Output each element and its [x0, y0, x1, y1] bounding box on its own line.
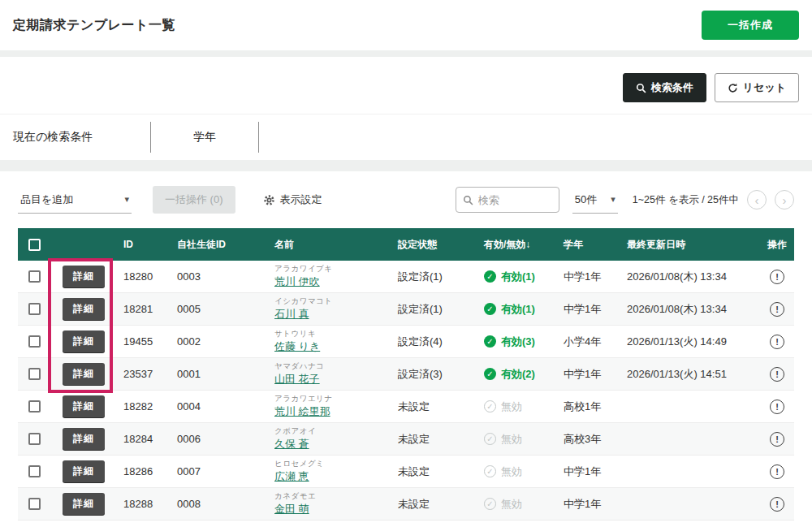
table-row: 詳細 18288 0008 カネダモエ 金田 萌 未設定 ✓ 無効 中学1年 !	[18, 488, 794, 521]
detail-button[interactable]: 詳細	[63, 493, 105, 515]
cell-name-kana: ヒロセメグミ	[274, 459, 391, 469]
table-row: 詳細 18286 0007 ヒロセメグミ 広瀬 恵 未設定 ✓ 無効 中学1年 …	[18, 456, 794, 488]
cell-status: 設定済(1)	[391, 302, 477, 317]
search-box	[456, 187, 559, 213]
detail-button[interactable]: 詳細	[63, 428, 105, 450]
cell-name-kana: アラカワエリナ	[274, 394, 391, 404]
cell-name-kana: イシカワマコト	[274, 296, 391, 306]
cell-active-label: 無効	[501, 497, 522, 512]
student-name-link[interactable]: 荒川 絵里那	[274, 405, 391, 418]
search-icon	[636, 83, 646, 93]
per-page-select[interactable]: 50件 ▾	[572, 187, 618, 214]
cell-updated: 2026/01/13(火) 14:49	[620, 335, 760, 349]
cell-active-label: 有効(2)	[501, 367, 535, 382]
detail-button[interactable]: 詳細	[63, 395, 105, 417]
filter-buttons: 検索条件 リセット	[623, 73, 799, 102]
cell-id: 18281	[117, 303, 171, 315]
active-check-icon: ✓	[484, 303, 496, 315]
row-checkbox[interactable]	[28, 368, 41, 380]
student-name-link[interactable]: 久保 蒼	[274, 438, 391, 451]
detail-button[interactable]: 詳細	[63, 298, 105, 320]
row-checkbox[interactable]	[28, 465, 41, 477]
cell-status: 設定済(4)	[391, 335, 477, 349]
display-settings-button[interactable]: 表示設定	[263, 192, 322, 207]
info-icon[interactable]: !	[770, 270, 784, 284]
cell-student-id: 0004	[171, 400, 268, 413]
active-check-icon: ✓	[484, 433, 496, 445]
search-conditions-button[interactable]: 検索条件	[623, 73, 706, 102]
current-conditions-row: 現在の検索条件 学年	[0, 114, 812, 160]
current-conditions-label: 現在の検索条件	[13, 130, 150, 145]
info-icon[interactable]: !	[770, 367, 784, 382]
cell-grade: 中学1年	[557, 367, 620, 382]
add-item-select[interactable]: 品目を追加 ▾	[18, 187, 132, 214]
cell-updated: 2026/01/08(木) 13:34	[620, 302, 760, 317]
info-icon[interactable]: !	[770, 432, 784, 447]
cell-status: 未設定	[391, 464, 477, 479]
cell-active-label: 無効	[501, 400, 522, 414]
info-icon[interactable]: !	[770, 335, 784, 349]
student-name-link[interactable]: 佐藤 りき	[274, 340, 391, 353]
bulk-action-button[interactable]: 一括操作 (0)	[153, 186, 235, 214]
active-check-icon: ✓	[484, 368, 496, 380]
detail-button[interactable]: 詳細	[63, 460, 105, 482]
header-grade: 学年	[557, 238, 620, 252]
active-check-icon: ✓	[484, 270, 496, 283]
row-checkbox[interactable]	[28, 498, 41, 510]
student-name-link[interactable]: 荒川 伊吹	[274, 275, 391, 288]
cell-id: 18282	[117, 400, 171, 413]
cell-student-id: 0005	[171, 303, 268, 315]
select-all-checkbox[interactable]	[28, 239, 41, 251]
info-icon[interactable]: !	[770, 302, 784, 317]
table-toolbar: 品目を追加 ▾ 一括操作 (0) 表示設定 50件 ▾ 1~25件 を表示 / …	[0, 171, 812, 228]
info-icon[interactable]: !	[770, 464, 784, 479]
header-name: 名前	[268, 238, 391, 252]
cell-grade: 中学1年	[557, 464, 620, 479]
add-item-label: 品目を追加	[20, 192, 73, 207]
active-check-icon: ✓	[484, 335, 496, 348]
cell-status: 設定済(3)	[391, 367, 477, 382]
table-header-row: ID 自社生徒ID 名前 設定状態 有効/無効↓ 学年 最終更新日時 操作	[18, 228, 794, 261]
per-page-label: 50件	[575, 192, 597, 207]
cell-id: 18288	[117, 498, 171, 510]
search-input[interactable]	[478, 194, 552, 206]
header-ops: 操作	[760, 238, 794, 252]
next-page-button[interactable]: ›	[775, 190, 794, 210]
filter-panel: 検索条件 リセット 現在の検索条件 学年	[0, 57, 812, 160]
reset-label: リセット	[743, 80, 786, 95]
cell-active-label: 有効(1)	[501, 270, 535, 284]
info-icon[interactable]: !	[770, 400, 784, 414]
detail-button[interactable]: 詳細	[63, 266, 105, 287]
cell-grade: 中学1年	[557, 302, 620, 317]
cell-student-id: 0001	[171, 368, 268, 380]
cell-student-id: 0006	[171, 433, 268, 445]
detail-button[interactable]: 詳細	[63, 330, 105, 352]
student-name-link[interactable]: 金田 萌	[274, 503, 391, 516]
row-checkbox[interactable]	[28, 270, 41, 283]
cell-grade: 中学1年	[557, 497, 620, 512]
cell-grade: 高校1年	[557, 400, 620, 414]
detail-button[interactable]: 詳細	[63, 363, 105, 385]
active-check-icon: ✓	[484, 400, 496, 413]
student-name-link[interactable]: 石川 真	[274, 308, 391, 321]
header-active-sort[interactable]: 有効/無効↓	[477, 238, 557, 252]
cell-id: 18286	[117, 465, 171, 477]
table-row: 詳細 19455 0002 サトウリキ 佐藤 りき 設定済(4) ✓ 有効(3)…	[18, 326, 794, 358]
table-row: 詳細 18284 0006 クボアオイ 久保 蒼 未設定 ✓ 無効 高校3年 !	[18, 423, 794, 456]
cell-student-id: 0007	[171, 465, 268, 477]
row-checkbox[interactable]	[28, 303, 41, 315]
header-student-id: 自社生徒ID	[171, 238, 268, 252]
display-settings-label: 表示設定	[280, 192, 322, 207]
reset-button[interactable]: リセット	[715, 73, 799, 102]
prev-page-button[interactable]: ‹	[747, 190, 767, 210]
template-list-panel: 品目を追加 ▾ 一括操作 (0) 表示設定 50件 ▾ 1~25件 を表示 / …	[0, 171, 812, 527]
table-row: 詳細 23537 0001 ヤマダハナコ 山田 花子 設定済(3) ✓ 有効(2…	[18, 358, 794, 391]
row-checkbox[interactable]	[28, 433, 41, 445]
row-checkbox[interactable]	[28, 335, 41, 348]
info-icon[interactable]: !	[770, 497, 784, 512]
student-name-link[interactable]: 山田 花子	[274, 373, 391, 386]
search-conditions-label: 検索条件	[651, 80, 693, 95]
bulk-create-button[interactable]: 一括作成	[702, 11, 799, 40]
student-name-link[interactable]: 広瀬 恵	[274, 470, 391, 483]
row-checkbox[interactable]	[28, 400, 41, 413]
